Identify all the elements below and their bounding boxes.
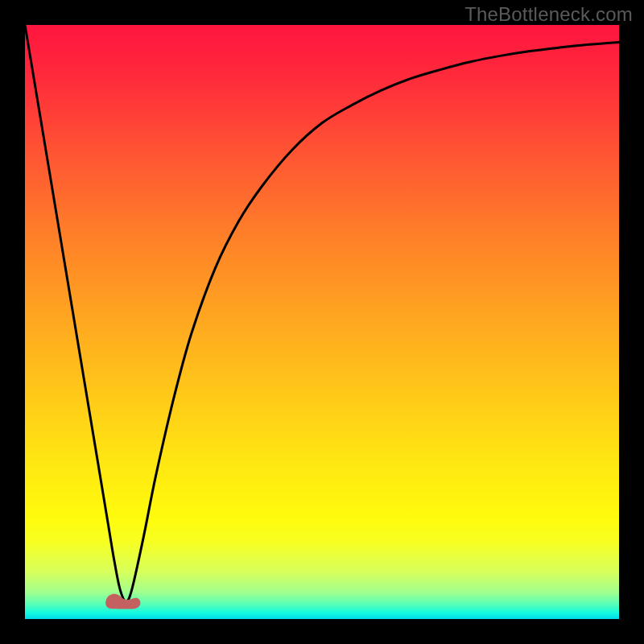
plot-area <box>25 25 619 619</box>
marker-blob-icon <box>105 594 140 609</box>
optimal-marker <box>104 591 142 610</box>
watermark-text: TheBottleneck.com <box>464 3 633 26</box>
bottleneck-curve <box>25 25 619 619</box>
curve-path <box>25 25 619 601</box>
chart-frame: TheBottleneck.com <box>0 0 644 644</box>
